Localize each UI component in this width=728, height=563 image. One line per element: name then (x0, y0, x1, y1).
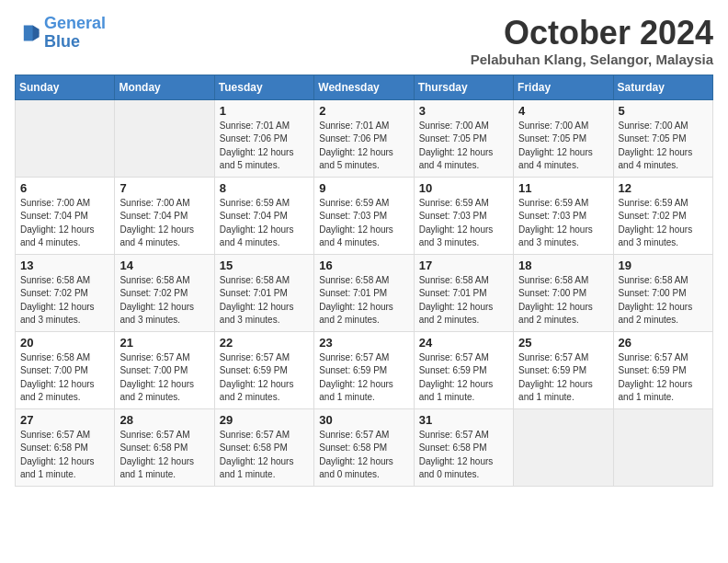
calendar-cell: 2Sunrise: 7:01 AM Sunset: 7:06 PM Daylig… (314, 99, 414, 177)
day-info: Sunrise: 7:00 AM Sunset: 7:04 PM Dayligh… (20, 197, 109, 250)
day-number: 15 (220, 259, 309, 272)
day-info: Sunrise: 6:57 AM Sunset: 6:59 PM Dayligh… (220, 351, 309, 405)
dow-monday: Monday (115, 75, 214, 99)
day-info: Sunrise: 7:00 AM Sunset: 7:05 PM Dayligh… (619, 120, 708, 173)
day-number: 19 (619, 259, 708, 272)
week-row-3: 13Sunrise: 6:58 AM Sunset: 7:02 PM Dayli… (16, 254, 713, 331)
calendar-cell: 14Sunrise: 6:58 AM Sunset: 7:02 PM Dayli… (115, 254, 214, 331)
day-number: 13 (20, 259, 109, 272)
day-info: Sunrise: 6:57 AM Sunset: 6:59 PM Dayligh… (419, 351, 508, 405)
calendar-cell (514, 408, 613, 486)
calendar-cell: 4Sunrise: 7:00 AM Sunset: 7:05 PM Daylig… (514, 99, 613, 177)
day-info: Sunrise: 6:57 AM Sunset: 6:58 PM Dayligh… (20, 429, 109, 482)
day-info: Sunrise: 6:57 AM Sunset: 7:00 PM Dayligh… (119, 351, 209, 405)
day-number: 7 (119, 181, 209, 195)
calendar-cell: 6Sunrise: 7:00 AM Sunset: 7:04 PM Daylig… (16, 177, 115, 254)
calendar-cell: 16Sunrise: 6:58 AM Sunset: 7:01 PM Dayli… (314, 254, 414, 331)
calendar-cell: 22Sunrise: 6:57 AM Sunset: 6:59 PM Dayli… (214, 331, 313, 408)
day-number: 28 (119, 413, 209, 427)
calendar-cell: 20Sunrise: 6:58 AM Sunset: 7:00 PM Dayli… (16, 331, 115, 408)
day-info: Sunrise: 6:57 AM Sunset: 6:58 PM Dayligh… (419, 429, 508, 482)
day-number: 18 (518, 259, 608, 272)
day-number: 24 (419, 336, 508, 350)
calendar-cell: 11Sunrise: 6:59 AM Sunset: 7:03 PM Dayli… (514, 177, 613, 254)
calendar-cell: 31Sunrise: 6:57 AM Sunset: 6:58 PM Dayli… (414, 408, 513, 486)
calendar-cell: 9Sunrise: 6:59 AM Sunset: 7:03 PM Daylig… (314, 177, 414, 254)
dow-sunday: Sunday (16, 75, 115, 99)
day-number: 23 (319, 336, 408, 350)
calendar-cell: 7Sunrise: 7:00 AM Sunset: 7:04 PM Daylig… (115, 177, 214, 254)
day-info: Sunrise: 6:58 AM Sunset: 7:02 PM Dayligh… (119, 274, 209, 327)
calendar-cell: 26Sunrise: 6:57 AM Sunset: 6:59 PM Dayli… (613, 331, 712, 408)
day-info: Sunrise: 7:01 AM Sunset: 7:06 PM Dayligh… (220, 120, 309, 173)
dow-thursday: Thursday (414, 75, 513, 99)
day-info: Sunrise: 6:59 AM Sunset: 7:03 PM Dayligh… (419, 197, 508, 250)
svg-marker-1 (33, 25, 40, 40)
day-info: Sunrise: 7:00 AM Sunset: 7:05 PM Dayligh… (419, 120, 508, 173)
day-info: Sunrise: 6:58 AM Sunset: 7:00 PM Dayligh… (518, 274, 608, 327)
day-info: Sunrise: 6:59 AM Sunset: 7:04 PM Dayligh… (220, 197, 309, 250)
logo: General Blue (15, 15, 106, 52)
day-number: 11 (518, 181, 608, 195)
calendar-cell: 24Sunrise: 6:57 AM Sunset: 6:59 PM Dayli… (414, 331, 513, 408)
dow-tuesday: Tuesday (214, 75, 313, 99)
logo-icon (15, 20, 40, 46)
day-number: 26 (619, 336, 708, 350)
day-number: 4 (518, 104, 608, 118)
day-info: Sunrise: 6:58 AM Sunset: 7:01 PM Dayligh… (419, 274, 508, 327)
calendar-cell: 18Sunrise: 6:58 AM Sunset: 7:00 PM Dayli… (514, 254, 613, 331)
day-info: Sunrise: 6:57 AM Sunset: 6:58 PM Dayligh… (220, 429, 309, 482)
day-number: 14 (119, 259, 209, 272)
day-number: 16 (319, 259, 408, 272)
calendar-cell: 8Sunrise: 6:59 AM Sunset: 7:04 PM Daylig… (214, 177, 313, 254)
day-number: 25 (518, 336, 608, 350)
day-info: Sunrise: 6:57 AM Sunset: 6:59 PM Dayligh… (319, 351, 408, 405)
week-row-4: 20Sunrise: 6:58 AM Sunset: 7:00 PM Dayli… (16, 331, 713, 408)
day-info: Sunrise: 6:58 AM Sunset: 7:01 PM Dayligh… (220, 274, 309, 327)
week-row-1: 1Sunrise: 7:01 AM Sunset: 7:06 PM Daylig… (16, 99, 713, 177)
day-info: Sunrise: 6:58 AM Sunset: 7:01 PM Dayligh… (319, 274, 408, 327)
day-number: 5 (619, 104, 708, 118)
day-info: Sunrise: 6:58 AM Sunset: 7:00 PM Dayligh… (619, 274, 708, 327)
dow-saturday: Saturday (613, 75, 712, 99)
day-info: Sunrise: 6:59 AM Sunset: 7:03 PM Dayligh… (518, 197, 608, 250)
day-info: Sunrise: 6:57 AM Sunset: 6:59 PM Dayligh… (518, 351, 608, 405)
calendar-cell (115, 99, 214, 177)
day-number: 29 (220, 413, 309, 427)
day-info: Sunrise: 6:58 AM Sunset: 7:00 PM Dayligh… (20, 351, 109, 405)
day-number: 12 (619, 181, 708, 195)
calendar-cell: 15Sunrise: 6:58 AM Sunset: 7:01 PM Dayli… (214, 254, 313, 331)
day-number: 31 (419, 413, 508, 427)
day-info: Sunrise: 7:00 AM Sunset: 7:05 PM Dayligh… (518, 120, 608, 173)
day-number: 22 (220, 336, 309, 350)
dow-wednesday: Wednesday (314, 75, 414, 99)
calendar-body: 1Sunrise: 7:01 AM Sunset: 7:06 PM Daylig… (16, 99, 713, 486)
calendar-cell (16, 99, 115, 177)
dow-friday: Friday (514, 75, 613, 99)
day-number: 8 (220, 181, 309, 195)
day-number: 2 (319, 104, 408, 118)
week-row-5: 27Sunrise: 6:57 AM Sunset: 6:58 PM Dayli… (16, 408, 713, 486)
calendar-cell: 21Sunrise: 6:57 AM Sunset: 7:00 PM Dayli… (115, 331, 214, 408)
calendar-cell: 25Sunrise: 6:57 AM Sunset: 6:59 PM Dayli… (514, 331, 613, 408)
calendar-cell (613, 408, 712, 486)
day-number: 1 (220, 104, 309, 118)
calendar-cell: 27Sunrise: 6:57 AM Sunset: 6:58 PM Dayli… (16, 408, 115, 486)
calendar-cell: 10Sunrise: 6:59 AM Sunset: 7:03 PM Dayli… (414, 177, 513, 254)
calendar-cell: 17Sunrise: 6:58 AM Sunset: 7:01 PM Dayli… (414, 254, 513, 331)
day-info: Sunrise: 6:59 AM Sunset: 7:03 PM Dayligh… (319, 197, 408, 250)
day-number: 21 (119, 336, 209, 350)
day-info: Sunrise: 6:59 AM Sunset: 7:02 PM Dayligh… (619, 197, 708, 250)
day-info: Sunrise: 7:00 AM Sunset: 7:04 PM Dayligh… (119, 197, 209, 250)
day-info: Sunrise: 7:01 AM Sunset: 7:06 PM Dayligh… (319, 120, 408, 173)
day-info: Sunrise: 6:57 AM Sunset: 6:58 PM Dayligh… (119, 429, 209, 482)
calendar-cell: 1Sunrise: 7:01 AM Sunset: 7:06 PM Daylig… (214, 99, 313, 177)
calendar-cell: 3Sunrise: 7:00 AM Sunset: 7:05 PM Daylig… (414, 99, 513, 177)
days-of-week-header: SundayMondayTuesdayWednesdayThursdayFrid… (16, 75, 713, 99)
calendar-cell: 23Sunrise: 6:57 AM Sunset: 6:59 PM Dayli… (314, 331, 414, 408)
calendar-cell: 30Sunrise: 6:57 AM Sunset: 6:58 PM Dayli… (314, 408, 414, 486)
calendar-cell: 19Sunrise: 6:58 AM Sunset: 7:00 PM Dayli… (613, 254, 712, 331)
calendar-cell: 13Sunrise: 6:58 AM Sunset: 7:02 PM Dayli… (16, 254, 115, 331)
week-row-2: 6Sunrise: 7:00 AM Sunset: 7:04 PM Daylig… (16, 177, 713, 254)
title-block: October 2024 Pelabuhan Klang, Selangor, … (471, 15, 713, 67)
